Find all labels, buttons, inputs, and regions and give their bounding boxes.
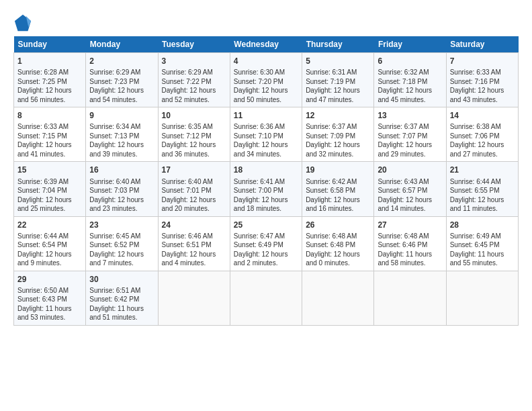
day-info: Sunset: 7:10 PM [234,132,298,141]
day-info: Daylight: 12 hours [89,140,154,150]
day-number: 4 [234,56,298,66]
day-number: 20 [378,165,442,175]
day-number: 16 [89,165,154,175]
day-info: and 16 minutes. [306,204,370,214]
day-number: 2 [89,56,154,66]
logo [13,13,35,32]
day-info: and 7 minutes. [89,259,154,268]
day-info: and 50 minutes. [234,95,298,105]
day-info: Sunset: 6:57 PM [378,186,442,195]
day-info: Sunset: 7:00 PM [234,186,298,195]
day-info: Sunset: 7:25 PM [17,77,82,87]
day-info: Daylight: 12 hours [450,195,515,205]
day-number: 12 [306,110,370,121]
day-info: and 53 minutes. [17,313,82,322]
calendar-cell: 25Sunrise: 6:47 AMSunset: 6:49 PMDayligh… [230,216,302,271]
day-info: Daylight: 12 hours [162,195,226,205]
day-info: Sunrise: 6:31 AM [306,68,370,77]
day-info: Sunset: 7:09 PM [306,132,370,141]
main-container: SundayMondayTuesdayWednesdayThursdayFrid… [0,0,532,332]
calendar-cell [230,271,302,325]
day-info: and 54 minutes. [89,95,154,105]
day-info: Sunrise: 6:40 AM [89,177,154,187]
day-info: Daylight: 12 hours [17,250,82,259]
day-info: Daylight: 12 hours [17,86,82,95]
calendar-cell: 28Sunrise: 6:49 AMSunset: 6:45 PMDayligh… [446,216,518,271]
day-info: Sunrise: 6:39 AM [17,177,82,187]
day-info: and 47 minutes. [306,95,370,105]
day-info: Daylight: 12 hours [234,86,298,95]
calendar-cell: 2Sunrise: 6:29 AMSunset: 7:23 PMDaylight… [86,53,158,107]
calendar-cell: 30Sunrise: 6:51 AMSunset: 6:42 PMDayligh… [86,271,158,325]
day-info: Daylight: 11 hours [450,250,515,259]
weekday-header: Monday [86,36,158,53]
day-info: and 14 minutes. [378,204,442,214]
day-info: Sunset: 7:23 PM [89,77,154,87]
weekday-header: Tuesday [158,36,230,53]
day-info: Sunset: 7:20 PM [234,77,298,87]
calendar-cell: 23Sunrise: 6:45 AMSunset: 6:52 PMDayligh… [86,216,158,271]
calendar-cell: 5Sunrise: 6:31 AMSunset: 7:19 PMDaylight… [302,53,374,107]
calendar-week: 1Sunrise: 6:28 AMSunset: 7:25 PMDaylight… [14,53,519,107]
day-info: Sunset: 6:49 PM [234,240,298,250]
calendar-cell: 24Sunrise: 6:46 AMSunset: 6:51 PMDayligh… [158,216,230,271]
day-info: Sunrise: 6:34 AM [89,122,154,132]
day-info: Sunrise: 6:37 AM [378,122,442,132]
calendar-week: 8Sunrise: 6:33 AMSunset: 7:15 PMDaylight… [14,107,519,162]
day-info: Daylight: 11 hours [89,304,154,314]
day-info: Sunset: 6:46 PM [378,240,442,250]
day-info: and 58 minutes. [378,259,442,268]
calendar-body: 1Sunrise: 6:28 AMSunset: 7:25 PMDaylight… [14,53,519,326]
weekday-row: SundayMondayTuesdayWednesdayThursdayFrid… [14,36,519,53]
day-info: and 4 minutes. [162,259,226,268]
day-info: Sunset: 7:04 PM [17,186,82,195]
day-info: Daylight: 11 hours [17,304,82,314]
day-info: Daylight: 12 hours [234,250,298,259]
day-info: Sunrise: 6:35 AM [162,122,226,132]
day-info: Daylight: 12 hours [306,86,370,95]
logo-icon [13,13,32,32]
day-info: Sunrise: 6:49 AM [450,232,515,241]
calendar-cell [158,271,230,325]
day-info: and 27 minutes. [450,150,515,159]
calendar-cell: 8Sunrise: 6:33 AMSunset: 7:15 PMDaylight… [14,107,86,162]
day-info: and 51 minutes. [89,313,154,322]
day-info: Sunset: 6:54 PM [17,240,82,250]
day-info: and 11 minutes. [450,204,515,214]
day-info: Daylight: 12 hours [162,250,226,259]
weekday-header: Sunday [14,36,86,53]
day-info: Sunrise: 6:28 AM [17,68,82,77]
calendar-cell: 6Sunrise: 6:32 AMSunset: 7:18 PMDaylight… [374,53,446,107]
calendar-week: 15Sunrise: 6:39 AMSunset: 7:04 PMDayligh… [14,162,519,216]
day-info: Daylight: 12 hours [162,86,226,95]
day-number: 3 [162,56,226,66]
day-info: Daylight: 12 hours [234,195,298,205]
day-info: Daylight: 12 hours [89,250,154,259]
day-info: and 9 minutes. [17,259,82,268]
day-number: 29 [17,274,82,285]
day-info: and 20 minutes. [162,204,226,214]
day-info: Sunset: 7:13 PM [89,132,154,141]
day-number: 5 [306,56,370,66]
day-info: Sunset: 6:51 PM [162,240,226,250]
day-info: and 32 minutes. [306,150,370,159]
calendar-cell: 14Sunrise: 6:38 AMSunset: 7:06 PMDayligh… [446,107,518,162]
day-info: and 18 minutes. [234,204,298,214]
day-number: 25 [234,220,298,230]
day-info: and 2 minutes. [234,259,298,268]
day-info: and 45 minutes. [378,95,442,105]
calendar-cell: 1Sunrise: 6:28 AMSunset: 7:25 PMDaylight… [14,53,86,107]
day-info: and 0 minutes. [306,259,370,268]
calendar-week: 29Sunrise: 6:50 AMSunset: 6:43 PMDayligh… [14,271,519,325]
calendar-cell: 4Sunrise: 6:30 AMSunset: 7:20 PMDaylight… [230,53,302,107]
day-info: Daylight: 12 hours [17,195,82,205]
day-info: and 23 minutes. [89,204,154,214]
day-info: Sunset: 7:07 PM [378,132,442,141]
weekday-header: Thursday [302,36,374,53]
day-info: and 39 minutes. [89,150,154,159]
day-info: Daylight: 12 hours [306,140,370,150]
day-number: 19 [306,165,370,175]
day-number: 6 [378,56,442,66]
calendar-cell: 12Sunrise: 6:37 AMSunset: 7:09 PMDayligh… [302,107,374,162]
weekday-header: Wednesday [230,36,302,53]
